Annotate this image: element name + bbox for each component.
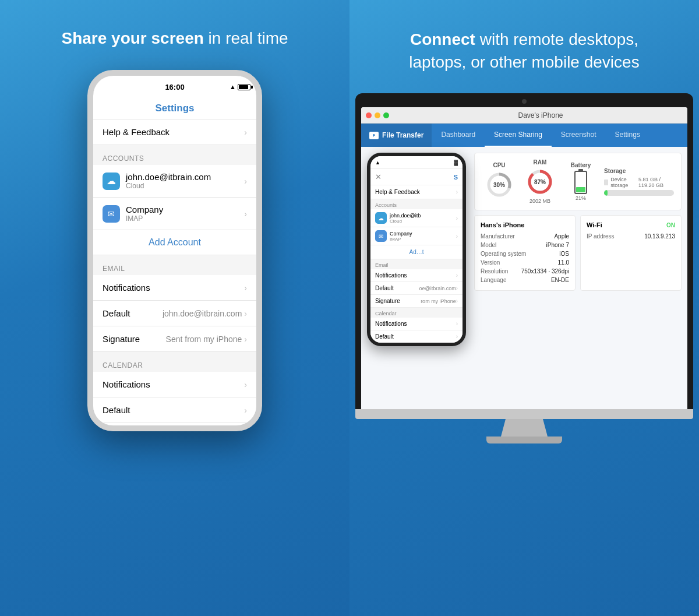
email-notifications-label: Notifications: [103, 283, 150, 293]
add-account-button[interactable]: Add Account: [93, 230, 256, 255]
inner-close-icon[interactable]: ✕: [375, 173, 382, 181]
ram-value-text: 87%: [534, 179, 546, 185]
inner-cal-notifications-label: Notifications: [375, 321, 407, 327]
inner-cloud-type: Cloud: [390, 219, 421, 224]
ram-label: RAM: [523, 159, 557, 166]
wifi-ip-row: IP address 10.13.9.213: [587, 232, 675, 241]
cpu-stat: CPU 30%: [482, 162, 517, 201]
iphone-home-bar: [93, 423, 256, 431]
storage-value: 5.81 GB / 119.20 GB: [638, 177, 674, 188]
iphone-time: 16:00: [165, 83, 184, 91]
account-cloud-row[interactable]: ☁ john.doe@itbrain.com Cloud ›: [93, 165, 256, 198]
minimize-button[interactable]: [375, 112, 380, 118]
os-key: Operating system: [481, 251, 526, 257]
inner-default-label: Default: [375, 285, 394, 291]
info-resolution: Resolution 750x1334 · 326dpi: [481, 267, 569, 276]
left-headline-strong: Share your screen: [61, 29, 203, 47]
mac-stand: [501, 419, 548, 437]
calendar-section-header: Calendar: [93, 352, 256, 372]
tab-screenshot[interactable]: Screenshot: [552, 124, 606, 147]
email-signature-chevron: ›: [244, 335, 247, 344]
model-val: iPhone 7: [546, 242, 569, 248]
right-headline-strong: Connect: [410, 30, 475, 48]
mac-screen-outer: Dave's iPhone F File Transfer Dashboard …: [355, 93, 693, 409]
inner-help-chevron: ›: [456, 189, 458, 195]
manufacturer-key: Manufacturer: [481, 233, 515, 240]
inner-mail-icon: ✉: [375, 230, 387, 242]
inner-cloud-email: john.doe@itb: [390, 213, 421, 219]
email-default-label: Default: [103, 308, 130, 318]
inner-default-row[interactable]: Default oe@itbrain.com ›: [370, 282, 463, 295]
inner-help-row[interactable]: Help & Feedback ›: [370, 185, 463, 199]
traffic-lights: [361, 109, 394, 122]
app-name-label: File Transfer: [382, 131, 423, 139]
ram-donut: 87%: [526, 168, 554, 196]
device-info-card: Hans's iPhone Manufacturer Apple Model i…: [474, 215, 576, 291]
maximize-button[interactable]: [383, 112, 389, 118]
info-model: Model iPhone 7: [481, 241, 569, 249]
email-signature-value: Sent from my iPhone: [166, 335, 242, 344]
help-chevron-icon: ›: [244, 128, 247, 137]
inner-cal-notif-chevron: ›: [456, 321, 458, 327]
email-default-row[interactable]: Default john.doe@itbrain.com ›: [93, 301, 256, 326]
inner-signature-row[interactable]: Signature rom my iPhone ›: [370, 295, 463, 308]
storage-fill: [604, 190, 608, 196]
inner-cal-notif-row[interactable]: Notifications ›: [370, 318, 463, 330]
inner-cal-default-row[interactable]: Default ›: [370, 330, 463, 343]
resolution-key: Resolution: [481, 268, 508, 274]
info-language: Language EN-DE: [481, 276, 569, 284]
storage-bar: [604, 190, 674, 196]
calendar-default-row[interactable]: Default ›: [93, 397, 256, 423]
storage-label: Storage: [604, 168, 674, 174]
close-button[interactable]: [366, 112, 372, 118]
help-feedback-row[interactable]: Help & Feedback ›: [93, 119, 256, 145]
tab-settings[interactable]: Settings: [606, 124, 649, 147]
mac-nav-tabs: Dashboard Screen Sharing Screenshot Sett…: [432, 124, 649, 147]
left-headline-rest: in real time: [204, 29, 288, 47]
inner-signature-value: rom my iPhone: [421, 298, 456, 304]
iphone-status-right: ▲: [230, 83, 250, 90]
calendar-notif-chevron: ›: [244, 380, 247, 389]
inner-company-type: IMAP: [390, 237, 412, 242]
email-notifications-row[interactable]: Notifications ›: [93, 275, 256, 301]
email-signature-row[interactable]: Signature Sent from my iPhone ›: [93, 326, 256, 352]
accounts-header: Accounts: [93, 145, 256, 165]
tab-dashboard[interactable]: Dashboard: [432, 124, 485, 147]
inner-email-header: Email: [370, 259, 463, 269]
inner-notif-chevron: ›: [456, 272, 458, 279]
inner-notif-row[interactable]: Notifications ›: [370, 269, 463, 282]
settings-list: Help & Feedback › Accounts ☁ john.doe@it…: [93, 119, 256, 423]
inner-help-label: Help & Feedback: [375, 189, 420, 195]
version-key: Version: [481, 259, 500, 266]
inner-accounts-header: Accounts: [370, 199, 463, 209]
stats-bar: CPU 30% RAM: [474, 153, 682, 210]
battery-value: 21%: [563, 195, 598, 201]
email-notif-chevron: ›: [244, 283, 247, 293]
battery-bar-icon: [574, 171, 587, 194]
ip-val: 10.13.9.213: [644, 233, 675, 240]
iphone-status-bar: 16:00 ▲: [93, 76, 256, 98]
mac-title-bar: Dave's iPhone: [361, 107, 687, 124]
mac-app-nav: F File Transfer Dashboard Screen Sharing…: [361, 124, 687, 147]
account-company-row[interactable]: ✉ Company IMAP ›: [93, 198, 256, 230]
cpu-value-text: 30%: [493, 182, 505, 188]
inner-cloud-row[interactable]: ☁ john.doe@itb Cloud ›: [370, 209, 463, 227]
inner-default-value: oe@itbrain.com: [419, 286, 456, 291]
mac-app-logo: F File Transfer: [361, 124, 432, 147]
battery-icon: [238, 84, 250, 90]
inner-cal-default-label: Default: [375, 333, 394, 340]
storage-stat: Storage Device storage 5.81 GB / 119.20 …: [604, 168, 674, 196]
inner-company-row[interactable]: ✉ Company IMAP ›: [370, 227, 463, 245]
model-key: Model: [481, 242, 496, 248]
iphone-outer: 16:00 ▲ Settings Help & Feedback ›: [87, 70, 262, 431]
resolution-val: 750x1334 · 326dpi: [521, 268, 569, 274]
calendar-notifications-row[interactable]: Notifications ›: [93, 372, 256, 397]
calendar-default-label: Default: [103, 405, 130, 415]
battery-fill: [239, 85, 248, 89]
cloud-chevron-icon: ›: [244, 177, 247, 186]
inner-add-account-button[interactable]: Ad…t: [370, 245, 463, 259]
inner-default-chevron: ›: [456, 285, 458, 291]
tab-screen-sharing[interactable]: Screen Sharing: [485, 124, 552, 147]
home-button[interactable]: [164, 427, 186, 431]
cpu-donut: 30%: [485, 171, 513, 199]
